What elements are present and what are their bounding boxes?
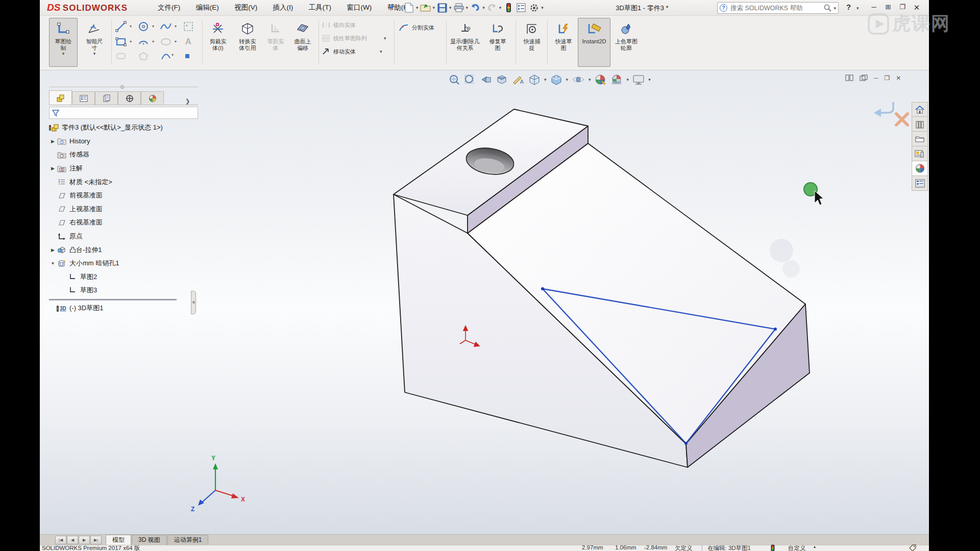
linear-pattern-caret[interactable]: ▾	[384, 36, 386, 41]
dock-button[interactable]: ⊞	[882, 3, 894, 11]
quick-snaps-button[interactable]: 快速捕捉	[519, 18, 545, 67]
apply-scene-icon[interactable]	[610, 73, 624, 86]
menu-view[interactable]: 视图(V)	[228, 0, 264, 15]
minimize-button[interactable]: ─	[868, 3, 880, 11]
display-style-icon[interactable]	[550, 73, 563, 86]
tree-splitter-handle[interactable]	[191, 291, 196, 314]
rollback-bar[interactable]	[49, 299, 177, 300]
split-entities-button[interactable]: 分割实体	[398, 23, 434, 32]
spline-caret[interactable]: ▾	[175, 24, 177, 29]
expand-arrow[interactable]: ▶	[49, 139, 57, 144]
doc-restore-icon[interactable]: ❐	[885, 74, 890, 82]
menu-insert[interactable]: 插入(I)	[266, 0, 300, 15]
doc-minimize-icon[interactable]: ─	[874, 74, 878, 82]
home-icon[interactable]	[912, 102, 928, 117]
tree-item-top-plane[interactable]: 上视基准面	[49, 203, 198, 216]
redo-caret[interactable]: ▾	[499, 5, 502, 10]
mirror-entities-button[interactable]: 镜向实体	[322, 21, 356, 29]
save-icon[interactable]	[436, 2, 448, 13]
tree-item-boss-extrude[interactable]: ▶ 凸台-拉伸1	[49, 243, 198, 257]
rebuild-traffic-icon[interactable]	[503, 2, 514, 13]
rectangle-tool-icon[interactable]	[114, 35, 128, 48]
rectangle-caret[interactable]: ▾	[130, 39, 132, 44]
custom-properties-icon[interactable]	[912, 176, 928, 191]
view-settings-caret[interactable]: ▾	[648, 77, 651, 82]
custom-toolbar-selector[interactable]: 自定义	[788, 544, 806, 551]
print-caret[interactable]: ▾	[466, 5, 469, 10]
arc-caret[interactable]: ▾	[172, 53, 174, 57]
previous-view-icon[interactable]	[479, 73, 492, 86]
featuremanager-tab[interactable]	[49, 90, 72, 105]
tree-item-annotations[interactable]: ▶ A 注解	[49, 162, 198, 176]
appearances-scenes-icon[interactable]	[912, 161, 928, 176]
move-entities-button[interactable]: 移动实体 ▾	[322, 47, 382, 56]
panel-expand-chevron[interactable]: ❯	[185, 98, 190, 105]
tree-item-right-plane[interactable]: 右视基准面	[49, 216, 198, 230]
save-caret[interactable]: ▾	[449, 5, 452, 10]
tree-item-3d-sketch1[interactable]: 3D (-) 3D草图1	[49, 302, 198, 315]
panel-resize-handle[interactable]	[120, 85, 124, 89]
hide-show-caret[interactable]: ▾	[589, 77, 591, 82]
ellipse-tool-icon[interactable]	[159, 35, 173, 48]
sketch-button[interactable]: 草图绘制 ▾	[49, 18, 78, 67]
move-entities-caret[interactable]: ▾	[380, 49, 382, 54]
new-file-caret[interactable]: ▾	[416, 5, 419, 10]
circle-tool-icon[interactable]	[137, 20, 150, 33]
help-search-input[interactable]	[729, 4, 822, 12]
view-palette-icon[interactable]	[912, 146, 928, 161]
spline-tool-icon[interactable]	[159, 20, 173, 33]
trim-entities-button[interactable]: 剪裁实体(I)	[204, 18, 232, 67]
linear-pattern-button[interactable]: 线性草图阵列 ▾	[322, 34, 386, 42]
prev-tab-button[interactable]: ◀	[67, 536, 78, 544]
redo-icon[interactable]	[486, 2, 498, 13]
text-tool-icon[interactable]: A	[182, 35, 195, 48]
3d-views-tab[interactable]: 3D 视图	[132, 535, 167, 545]
tree-item-sketch2[interactable]: 草图2	[49, 270, 198, 284]
view-settings-icon[interactable]	[632, 73, 645, 86]
line-tool-icon[interactable]	[114, 20, 128, 33]
help-menu-button[interactable]: ?	[846, 3, 851, 11]
sketch-caret[interactable]: ▾	[62, 51, 65, 56]
point-tool-icon[interactable]	[181, 49, 194, 63]
apply-scene-caret[interactable]: ▾	[627, 77, 629, 82]
pin-icon[interactable]	[388, 4, 396, 12]
open-file-caret[interactable]: ▾	[433, 5, 435, 10]
tree-item-material[interactable]: 材质 <未指定>	[49, 175, 198, 189]
restore-button[interactable]: ❐	[896, 3, 909, 11]
undo-icon[interactable]	[470, 2, 481, 13]
zoom-to-fit-icon[interactable]	[448, 73, 460, 86]
display-style-caret[interactable]: ▾	[566, 77, 569, 82]
dimxpertmanager-tab[interactable]	[118, 91, 141, 105]
doc-close-icon[interactable]: ✕	[896, 74, 901, 82]
settings-gear-icon[interactable]	[528, 2, 540, 13]
next-tab-button[interactable]: ▶	[79, 536, 90, 544]
tree-item-front-plane[interactable]: 前视基准面	[49, 189, 198, 203]
sketch-picture-icon[interactable]	[182, 20, 195, 33]
custom-selector-caret[interactable]: ▴	[814, 544, 816, 549]
expand-arrow[interactable]: ▶	[49, 166, 57, 171]
search-icon[interactable]	[824, 4, 831, 12]
arc-tool-icon[interactable]	[159, 49, 173, 63]
smart-dimension-caret[interactable]: ▾	[93, 51, 96, 56]
propertymanager-tab[interactable]	[72, 91, 95, 105]
tree-item-origin[interactable]: 原点	[49, 230, 198, 243]
view-orientation-icon[interactable]	[528, 73, 541, 86]
line-caret[interactable]: ▾	[130, 24, 132, 29]
configurationmanager-tab[interactable]	[95, 91, 118, 105]
tree-root-part[interactable]: 零件3 (默认<<默认>_显示状态 1>)	[49, 121, 198, 135]
status-tag-icon[interactable]	[909, 544, 917, 551]
search-scope-caret[interactable]: ▾	[834, 6, 836, 11]
slot-caret[interactable]: ▾	[152, 39, 154, 44]
zoom-to-area-icon[interactable]	[463, 73, 476, 86]
circle-caret[interactable]: ▾	[152, 24, 154, 29]
convert-entities-button[interactable]: 转换实体引用	[233, 18, 262, 67]
smart-dimension-button[interactable]: 智能尺寸 ▾	[80, 18, 109, 67]
offset-entities-button[interactable]: 等距实体	[263, 18, 288, 67]
last-tab-button[interactable]: ▶|	[90, 536, 102, 544]
tree-item-sketch3[interactable]: 草图3	[49, 284, 198, 297]
displaymanager-tab[interactable]	[141, 91, 164, 105]
settings-caret[interactable]: ▾	[541, 5, 544, 10]
first-tab-button[interactable]: |◀	[55, 536, 66, 544]
menu-file[interactable]: 文件(F)	[151, 0, 187, 15]
sketch-vertices[interactable]	[541, 287, 777, 445]
